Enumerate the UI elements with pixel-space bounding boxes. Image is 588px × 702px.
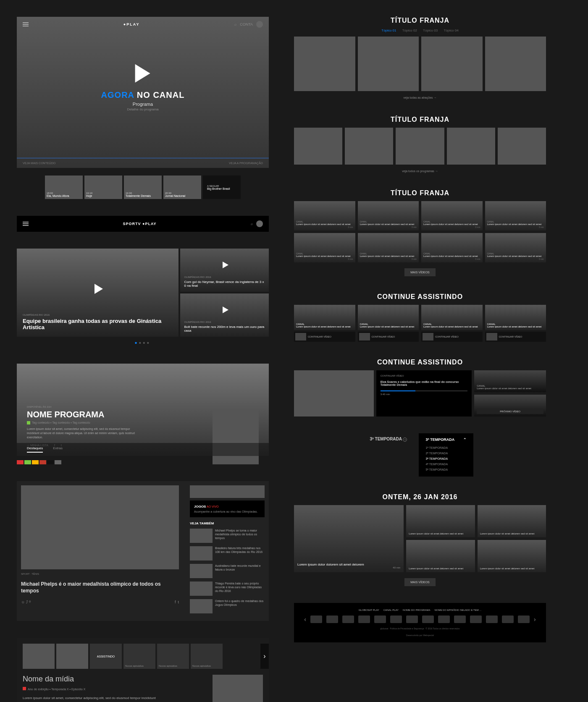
- schedule-next[interactable]: A SEGUIRBig Brother Brasil: [203, 176, 241, 199]
- channel-logo[interactable]: [406, 616, 418, 623]
- date-hero[interactable]: Lorem ipsum dolor dolorem sit amet delor…: [294, 505, 404, 572]
- feature-thumb[interactable]: [294, 370, 374, 416]
- schedule-item[interactable]: 20:30Jornal Nacional: [163, 176, 201, 199]
- news-card[interactable]: OLIMPÍADAS RIO 2016Com gol do Neymar, Br…: [180, 249, 269, 292]
- topic-tab[interactable]: Tópico 01: [381, 29, 396, 32]
- more-videos-button[interactable]: MAIS VÍDEOS: [404, 268, 436, 276]
- topic-tab[interactable]: Tópico 04: [444, 29, 458, 32]
- channel-logo[interactable]: [358, 616, 370, 623]
- article-video[interactable]: [21, 485, 179, 569]
- date-card[interactable]: Lorem ipsum dolor sit amet delorem sed s…: [406, 505, 475, 537]
- continue-item[interactable]: CANALLorem ipsum dolor sit amet delorem …: [485, 305, 546, 342]
- live-box[interactable]: JOGOS AO VIVO Acompanhe a cobertura ao v…: [190, 500, 265, 517]
- video-card[interactable]: CANALLorem ipsum dolor sit amet delorem …: [421, 201, 483, 231]
- date-card[interactable]: Lorem ipsum dolor sit amet delorem sed s…: [406, 540, 475, 572]
- pager-dots[interactable]: ••••: [17, 339, 269, 347]
- news-card[interactable]: OLIMPÍADAS RIO 2016Bolt bate recorde nos…: [180, 293, 269, 337]
- poster-tile[interactable]: [294, 37, 355, 91]
- menu-icon[interactable]: [23, 22, 29, 26]
- tab-tile[interactable]: [56, 644, 88, 669]
- poster-tile[interactable]: [345, 128, 393, 165]
- news-hero[interactable]: OLIMPÍADAS RIO 2016 Equipe brasileira ga…: [17, 249, 178, 337]
- video-card[interactable]: CANALLorem ipsum dolor sit amet delorem …: [485, 201, 546, 231]
- poster-tile[interactable]: [294, 128, 342, 165]
- tab-extras[interactable]: Extras: [53, 446, 63, 453]
- tab-watching[interactable]: ASSISTINDO: [90, 644, 122, 669]
- schedule-link[interactable]: VEJA A PROGRAMAÇÃO: [229, 162, 263, 165]
- channel-logo[interactable]: [326, 616, 338, 623]
- chevron-left-icon[interactable]: ‹: [304, 616, 306, 623]
- channel-logo[interactable]: [502, 616, 514, 623]
- season-option[interactable]: 1ª TEMPORADA: [425, 445, 467, 451]
- schedule-item[interactable]: 19:30Totalmente Demais: [124, 176, 162, 199]
- related-item[interactable]: Michael Phelps se torna o maior medalhis…: [190, 529, 265, 543]
- play-icon[interactable]: [135, 64, 150, 83]
- poster-tile[interactable]: [447, 128, 495, 165]
- see-all-link[interactable]: veja todas as atrações →: [294, 96, 546, 99]
- video-card[interactable]: CANALLorem ipsum dolor sit amet delorem …: [485, 233, 546, 262]
- search-icon[interactable]: ⌕: [234, 22, 236, 26]
- date-card[interactable]: Lorem ipsum dolor sit amet delorem sed s…: [478, 540, 546, 572]
- season-option[interactable]: 3ª TEMPORADA: [425, 456, 467, 461]
- facebook-icon[interactable]: f: [175, 600, 176, 604]
- channel-logo[interactable]: [486, 616, 498, 623]
- channel-logo[interactable]: [470, 616, 482, 623]
- poster-tile[interactable]: [358, 37, 419, 91]
- more-videos-button[interactable]: MAIS VÍDEOS: [404, 578, 436, 586]
- chevron-right-icon[interactable]: ›: [260, 644, 269, 669]
- schedule-item[interactable]: 19:10Hoje: [84, 176, 122, 199]
- avatar[interactable]: [256, 21, 263, 28]
- see-all-link[interactable]: veja todos os programas →: [294, 170, 546, 173]
- related-list: Michael Phelps se torna o maior medalhis…: [190, 529, 265, 613]
- continue-item[interactable]: CANALLorem ipsum dolor sit amet delorem …: [294, 305, 355, 342]
- media-meta: Ano de exibição • Temporada X • Episódio…: [28, 688, 85, 691]
- season-option[interactable]: 2ª TEMPORADA: [425, 451, 467, 456]
- avatar[interactable]: [256, 220, 263, 227]
- channel-logo[interactable]: [438, 616, 450, 623]
- related-item[interactable]: Australiano bate recorde mundial e fatur…: [190, 564, 265, 578]
- tab-tile[interactable]: Novos episódios: [123, 644, 155, 669]
- chevron-up-icon[interactable]: ⌃: [463, 437, 467, 442]
- tab-tile[interactable]: Novos episódios: [191, 644, 223, 669]
- search-icon[interactable]: ⌕: [251, 222, 253, 226]
- channel-logo[interactable]: [390, 616, 402, 623]
- channel-logo[interactable]: [422, 616, 434, 623]
- menu-icon[interactable]: [23, 222, 29, 226]
- related-item[interactable]: Brasileiro fatura três medalhas nos 100 …: [190, 546, 265, 561]
- date-card[interactable]: Lorem ipsum dolor sit amet delorem sed s…: [478, 505, 546, 537]
- poster-tile[interactable]: [498, 128, 546, 165]
- related-item[interactable]: Thiago Pereira bate o seu próprio record…: [190, 582, 265, 596]
- video-card[interactable]: CANALLorem ipsum dolor sit amet delorem …: [358, 233, 419, 262]
- next-card[interactable]: CANALLorem ipsum dolor sit amet delorem …: [474, 370, 546, 392]
- topic-tab[interactable]: Tópico 03: [423, 29, 438, 32]
- tab-highlights[interactable]: Destaques: [27, 446, 43, 453]
- reactions[interactable]: ☺ ⤴ ♡: [21, 600, 31, 604]
- channel-logo[interactable]: [454, 616, 466, 623]
- season-option[interactable]: 4ª TEMPORADA: [425, 461, 467, 467]
- video-card[interactable]: CANALLorem ipsum dolor sit amet delorem …: [358, 201, 419, 231]
- more-content-link[interactable]: VEJA MAIS CONTEÚDO: [23, 162, 55, 165]
- next-video-button[interactable]: PRÓXIMO VÍDEO: [474, 395, 546, 416]
- channel-logo[interactable]: [310, 616, 322, 623]
- season-dropdown-closed[interactable]: 3ª TEMPORADA i: [367, 433, 411, 445]
- chevron-right-icon[interactable]: ›: [534, 616, 536, 623]
- topic-tab[interactable]: Tópico 02: [402, 29, 417, 32]
- season-option[interactable]: 5ª TEMPORADA: [425, 467, 467, 472]
- poster-tile[interactable]: [421, 37, 483, 91]
- tab-tile[interactable]: Novos episódios: [157, 644, 189, 669]
- poster-tile[interactable]: [485, 37, 546, 91]
- tab-tile[interactable]: [23, 644, 55, 669]
- video-card[interactable]: CANALLorem ipsum dolor sit amet delorem …: [421, 233, 483, 262]
- video-card[interactable]: CANALLorem ipsum dolor sit amet delorem …: [294, 201, 355, 231]
- schedule-item[interactable]: 18:00Ela, Mundo Afora: [45, 176, 83, 199]
- continue-item[interactable]: CANALLorem ipsum dolor sit amet delorem …: [421, 305, 483, 342]
- poster-tile[interactable]: [396, 128, 444, 165]
- channel-logo[interactable]: [342, 616, 354, 623]
- related-item[interactable]: Ontem foi o quadro de medalhas dos Jogos…: [190, 599, 265, 613]
- continue-item[interactable]: CANALLorem ipsum dolor sit amet delorem …: [358, 305, 419, 342]
- video-card[interactable]: CANALLorem ipsum dolor sit amet delorem …: [294, 233, 355, 262]
- channel-logo[interactable]: [374, 616, 386, 623]
- channel-logo[interactable]: [518, 616, 530, 623]
- twitter-icon[interactable]: t: [178, 600, 179, 604]
- account-label[interactable]: CONTA: [240, 22, 253, 26]
